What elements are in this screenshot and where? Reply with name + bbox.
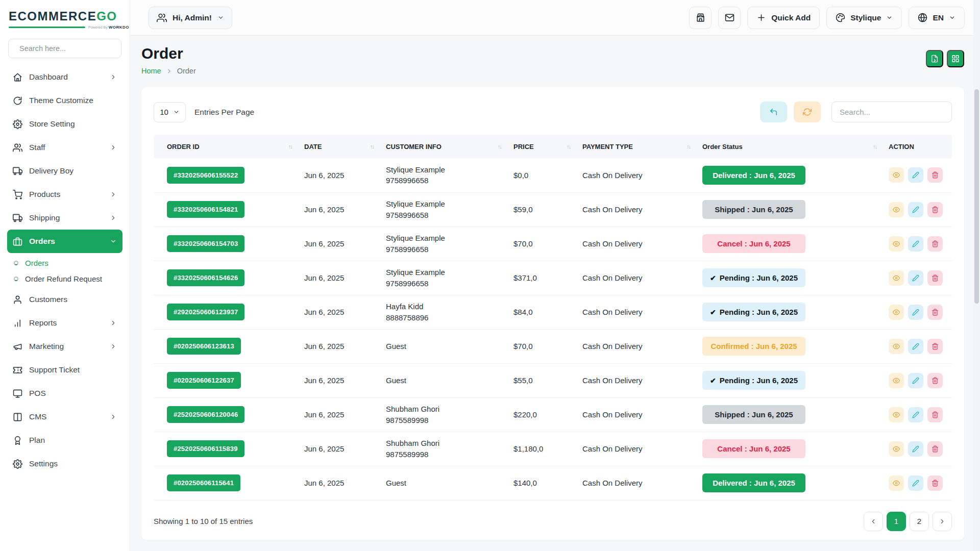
sidebar-item-marketing[interactable]: Marketing: [7, 335, 122, 358]
delete-order-button[interactable]: [927, 305, 943, 320]
order-id-badge[interactable]: #2520250606115839: [167, 440, 244, 457]
edit-order-button[interactable]: [908, 407, 923, 422]
page-scrollbar[interactable]: [973, 0, 980, 551]
view-order-button[interactable]: [889, 167, 904, 183]
sidebar-item-label: Orders: [29, 237, 55, 246]
view-order-button[interactable]: [889, 270, 904, 286]
sidebar-item-pos[interactable]: POS: [7, 382, 122, 405]
order-id-badge[interactable]: #020250606123613: [167, 338, 241, 355]
admin-menu-button[interactable]: Hi, Admin!: [149, 7, 232, 29]
sidebar-item-dashboard[interactable]: Dashboard: [7, 65, 122, 89]
trash-icon: [932, 240, 939, 247]
view-order-button[interactable]: [889, 441, 904, 457]
edit-order-button[interactable]: [908, 373, 923, 388]
edit-order-button[interactable]: [908, 441, 923, 457]
next-page-button[interactable]: [933, 512, 952, 531]
sidebar-item-customers[interactable]: Customers: [7, 288, 122, 311]
theme-select-button[interactable]: Stylique: [826, 7, 902, 29]
payment-type: Cash On Delivery: [577, 295, 697, 329]
sidebar-search-input[interactable]: [19, 44, 115, 53]
sidebar-item-settings[interactable]: Settings: [7, 452, 122, 475]
shopping-cart-icon: [13, 190, 22, 199]
delete-order-button[interactable]: [927, 270, 943, 286]
order-id-badge[interactable]: #3320250606155522: [167, 167, 244, 184]
edit-order-button[interactable]: [908, 475, 923, 491]
trash-icon: [932, 343, 939, 350]
eye-icon: [893, 480, 900, 487]
edit-order-button[interactable]: [908, 339, 923, 354]
delete-order-button[interactable]: [927, 373, 943, 388]
order-id-badge[interactable]: #2920250606123937: [167, 304, 244, 320]
grid-view-button[interactable]: [947, 50, 964, 67]
email-templates-button[interactable]: [718, 7, 741, 29]
quick-add-button[interactable]: Quick Add: [747, 7, 820, 29]
order-date: Jun 6, 2025: [299, 397, 381, 432]
edit-order-button[interactable]: [908, 236, 923, 252]
view-order-button[interactable]: [889, 475, 904, 491]
edit-order-button[interactable]: [908, 305, 923, 320]
breadcrumb-home-link[interactable]: Home: [141, 67, 161, 75]
delete-order-button[interactable]: [927, 339, 943, 354]
check-icon: ✔: [710, 274, 716, 282]
bullet-ring-icon: [14, 261, 18, 265]
sidebar-item-delivery-boy[interactable]: Delivery Boy: [7, 159, 122, 183]
delete-order-button[interactable]: [927, 236, 943, 252]
view-order-button[interactable]: [889, 236, 904, 252]
view-order-button[interactable]: [889, 373, 904, 388]
view-order-button[interactable]: [889, 339, 904, 354]
edit-order-button[interactable]: [908, 167, 923, 183]
order-id-badge[interactable]: #3320250606154703: [167, 235, 244, 252]
page-2-button[interactable]: 2: [910, 512, 929, 531]
col-header-date[interactable]: DATE↑↓: [299, 135, 381, 158]
submenu-item-label: Orders: [25, 259, 48, 267]
prev-page-button[interactable]: [864, 512, 883, 531]
sidebar-item-reports[interactable]: Reports: [7, 311, 122, 335]
sidebar-item-staff[interactable]: Staff: [7, 136, 122, 159]
col-header-customer-info[interactable]: CUSTOMER INFO↑↓: [381, 135, 508, 158]
delete-order-button[interactable]: [927, 167, 943, 183]
submenu-item-orders[interactable]: Orders: [7, 255, 122, 271]
order-id-badge[interactable]: #020250606122637: [167, 372, 241, 389]
sidebar-item-products[interactable]: Products: [7, 183, 122, 206]
edit-order-button[interactable]: [908, 270, 923, 286]
storefront-button[interactable]: [689, 7, 712, 29]
edit-order-button[interactable]: [908, 202, 923, 217]
undo-filters-button[interactable]: [760, 102, 787, 122]
col-header-price[interactable]: PRICE↑↓: [508, 135, 577, 158]
order-id-badge[interactable]: #020250606115641: [167, 474, 240, 491]
delete-order-button[interactable]: [927, 475, 943, 491]
delete-order-button[interactable]: [927, 407, 943, 422]
delete-order-button[interactable]: [927, 202, 943, 217]
order-id-badge[interactable]: #3320250606154821: [167, 201, 244, 218]
sidebar-item-shipping[interactable]: Shipping: [7, 206, 122, 230]
col-header-payment-type[interactable]: PAYMENT TYPE↑↓: [577, 135, 697, 158]
sidebar-item-theme-customize[interactable]: Theme Customize: [7, 89, 122, 112]
view-order-button[interactable]: [889, 305, 904, 320]
page-1-button[interactable]: 1: [887, 512, 906, 531]
orders-submenu: Orders Order Refund Request: [7, 253, 122, 288]
chevron-down-icon: [110, 238, 117, 245]
orders-card: 10 Entries Per Page: [141, 87, 964, 540]
order-id-badge[interactable]: #3320250606154626: [167, 269, 244, 286]
submenu-item-order-refund-request[interactable]: Order Refund Request: [7, 271, 122, 287]
col-header-order-status[interactable]: Order Status↑↓: [697, 135, 884, 158]
sidebar-item-store-setting[interactable]: Store Setting: [7, 112, 122, 136]
sidebar-item-cms[interactable]: CMS: [7, 405, 122, 429]
view-order-button[interactable]: [889, 407, 904, 422]
sidebar-item-support-ticket[interactable]: Support Ticket: [7, 358, 122, 382]
entries-per-page-select[interactable]: 10: [154, 102, 186, 122]
export-button[interactable]: [926, 50, 943, 67]
table-search-input[interactable]: [831, 102, 952, 122]
trash-icon: [932, 274, 939, 282]
delete-order-button[interactable]: [927, 441, 943, 457]
order-id-badge[interactable]: #2520250606120046: [167, 406, 244, 423]
order-date: Jun 6, 2025: [299, 466, 381, 500]
language-select-button[interactable]: EN: [909, 7, 965, 29]
scrollbar-thumb[interactable]: [974, 89, 979, 304]
col-header-order-id[interactable]: ORDER ID↑↓: [154, 135, 299, 158]
chevron-right-icon: [110, 191, 117, 198]
sidebar-item-orders[interactable]: Orders: [7, 230, 122, 253]
sidebar-item-plan[interactable]: Plan: [7, 429, 122, 452]
refresh-button[interactable]: [794, 102, 821, 122]
view-order-button[interactable]: [889, 202, 904, 217]
